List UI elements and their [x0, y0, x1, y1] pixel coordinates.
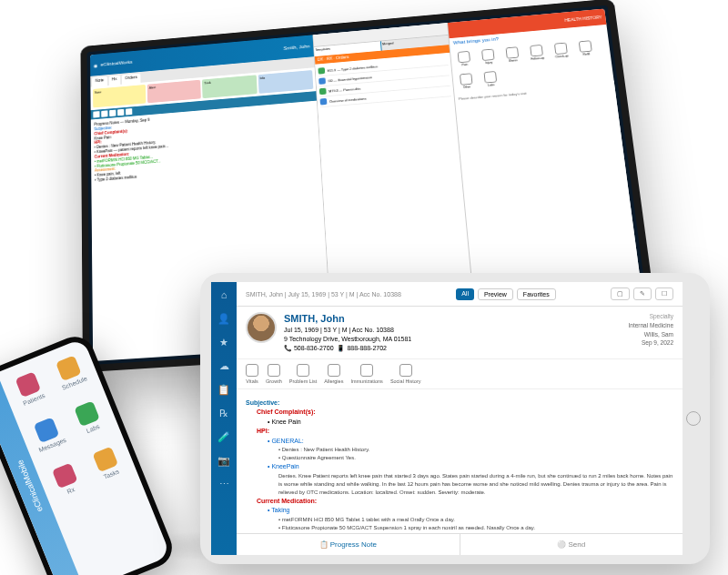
cc-heading: Chief Complaint(s): [246, 408, 673, 418]
subjective-heading: Subjective: [246, 398, 673, 409]
sidebar-imaging-icon[interactable]: 📷 [217, 453, 231, 468]
toolbar-button[interactable] [101, 110, 107, 116]
phone-tile-tasks[interactable]: Tasks [84, 439, 131, 489]
tablet-top-bar: SMITH, John | July 15, 1969 | 53 Y | M |… [237, 282, 682, 307]
tab-preview[interactable]: Preview [478, 288, 513, 300]
phone-tile-messages[interactable]: Messages [25, 409, 72, 459]
status-dot-icon [319, 98, 327, 106]
intake-tile[interactable]: Pain [454, 49, 475, 68]
sidebar-clipboard-icon[interactable]: 📋 [217, 382, 231, 397]
patient-phone[interactable]: 📞 508-836-2700 [284, 345, 334, 351]
patient-mobile[interactable]: 📱 888-888-2702 [337, 345, 387, 351]
progress-note-tab[interactable]: 📋 Progress Note [237, 534, 460, 555]
growth-tile[interactable]: Growth [266, 364, 282, 384]
patient-avatar[interactable] [246, 312, 277, 343]
tab-favorites[interactable]: Favorites [517, 288, 556, 300]
action-button[interactable]: ✎ [633, 288, 652, 300]
allergies-icon [328, 364, 340, 377]
toolbar-button[interactable] [126, 108, 132, 115]
rx-icon [52, 463, 78, 489]
meds-taking: • Taking [246, 506, 673, 516]
toolbar-button[interactable] [117, 109, 124, 116]
breadcrumb: SMITH, John | July 15, 1969 | 53 Y | M |… [246, 291, 401, 298]
cc-value: • Knee Pain [246, 418, 673, 428]
hpi-kneepain: • KneePain [246, 462, 673, 472]
tablet-screen: ⌂ 👤 ★ ☁ 📋 ℞ 🧪 📷 ⋯ SMITH, John | July 15,… [211, 282, 682, 555]
intake-tile[interactable]: Refill [575, 38, 597, 57]
status-dot-icon [318, 77, 326, 85]
patient-header: SMITH, John Jul 15, 1969 | 53 Y | M | Ac… [237, 307, 682, 359]
problems-tile[interactable]: Problem List [289, 364, 318, 384]
clinical-icon-row: Vitals Growth Problem List Allergies Imm… [237, 359, 682, 389]
hpi-heading: HPI: [246, 427, 673, 437]
sidebar-home-icon[interactable]: ⌂ [217, 288, 231, 302]
toolbar-button[interactable] [93, 111, 99, 117]
med-line: • metFORMIN HCl 850 MG Tablet 1 tablet w… [246, 516, 673, 524]
app-title: eClinicalWorks [101, 59, 133, 66]
immunizations-tile[interactable]: Immunizations [350, 364, 382, 384]
status-dot-icon [318, 67, 325, 75]
intake-tile[interactable]: Injury [478, 47, 499, 66]
patient-address: 9 Technology Drive, Westborough, MA 0158… [284, 335, 622, 344]
tablet-note-body: Subjective: Chief Complaint(s): • Knee P… [237, 389, 682, 533]
phone-tile-patients[interactable]: Patients [6, 364, 54, 414]
tablet-sidebar: ⌂ 👤 ★ ☁ 📋 ℞ 🧪 📷 ⋯ [211, 282, 237, 555]
send-tab[interactable]: ⚪ Send [460, 534, 683, 555]
growth-icon [268, 364, 280, 377]
phone-tile-rx[interactable]: Rx [43, 455, 90, 505]
hpi-general: • GENERAL: [246, 437, 673, 447]
intake-tile[interactable]: Follow-up [526, 43, 547, 62]
sidebar-patient-icon[interactable]: 👤 [217, 311, 231, 326]
sidebar-star-icon[interactable]: ★ [217, 335, 231, 349]
vitals-icon [246, 364, 258, 377]
intake-tile[interactable]: Other [456, 71, 477, 90]
sticky-yellow[interactable]: Note [93, 85, 146, 107]
hpi-line: • Questionnaire Agreement Yes. [246, 454, 673, 462]
toolbar-button[interactable] [109, 110, 116, 116]
allergies-tile[interactable]: Allergies [324, 364, 343, 384]
sticky-green[interactable]: Task [202, 75, 257, 98]
hpi-detail: Denies. Knee Patient reports left knee p… [246, 472, 673, 497]
tablet-bottom-bar: 📋 Progress Note ⚪ Send [237, 533, 682, 555]
intake-tile[interactable]: Check-up [551, 41, 571, 60]
tablet-main: SMITH, John | July 15, 1969 | 53 Y | M |… [237, 282, 682, 555]
sidebar-lab-icon[interactable]: 🧪 [217, 429, 231, 444]
patient-name: SMITH, John [284, 312, 622, 326]
encounter-meta: Specialty Internal Medicine Willis, Sam … [629, 312, 674, 348]
phone-tile-schedule[interactable]: Schedule [46, 348, 94, 398]
vitals-tile[interactable]: Vitals [246, 364, 258, 384]
patient-name-label: Smith, John [283, 44, 309, 51]
sidebar-cloud-icon[interactable]: ☁ [217, 358, 231, 373]
intake-tile[interactable]: Illness [502, 45, 523, 64]
intake-tile[interactable]: Labs [480, 69, 501, 88]
sidebar-more-icon[interactable]: ⋯ [217, 477, 231, 491]
social-history-icon [399, 364, 412, 377]
tab-all[interactable]: All [456, 288, 474, 300]
action-button[interactable]: ▢ [611, 288, 630, 300]
app-logo-icon: ◉ [94, 62, 97, 67]
phone-screen: eClinicalMobile Patients Schedule Messag… [0, 338, 171, 575]
patient-demographics: Jul 15, 1969 | 53 Y | M | Acc No. 10388 [284, 326, 622, 335]
hpi-line: • Denies : New Patient Health History. [246, 446, 673, 454]
sidebar-rx-icon[interactable]: ℞ [217, 406, 231, 420]
sticky-blue[interactable]: Info [258, 70, 313, 94]
social-hx-tile[interactable]: Social History [390, 364, 421, 384]
sticky-pink[interactable]: Alert [147, 80, 201, 104]
tablet-device: ⌂ 👤 ★ ☁ 📋 ℞ 🧪 📷 ⋯ SMITH, John | July 15,… [200, 273, 710, 564]
med-line: • Fluticasone Propionate 50 MCG/ACT Susp… [246, 524, 673, 532]
problem-list-icon [297, 364, 309, 377]
dx-list: E11.9 — Type 2 diabetes mellitus I10 — E… [315, 53, 473, 311]
status-dot-icon [319, 88, 327, 96]
meds-heading: Current Medication: [246, 497, 673, 507]
phone-tile-labs[interactable]: Labs [66, 393, 113, 443]
immunizations-icon [360, 364, 373, 377]
action-button[interactable]: ☐ [655, 288, 673, 300]
